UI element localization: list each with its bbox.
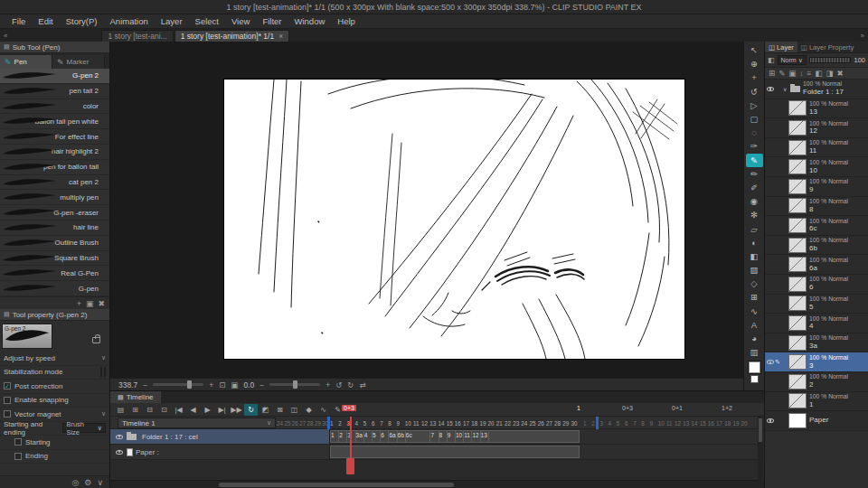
layer-row[interactable]: 100 % Normal10: [765, 157, 868, 177]
previous-frame-icon[interactable]: ◀: [186, 404, 200, 416]
actual-size-icon[interactable]: ▣: [231, 380, 238, 389]
playhead-time-label[interactable]: 0+3: [342, 405, 356, 411]
checkbox-post-correction[interactable]: ✓: [4, 382, 11, 389]
move-tool[interactable]: +: [746, 70, 763, 84]
play-icon[interactable]: ▶: [201, 404, 214, 416]
cel-number[interactable]: 7: [430, 432, 434, 438]
pen-tool[interactable]: ✎: [746, 154, 763, 167]
footer-caret-icon[interactable]: ∨: [97, 478, 103, 487]
frame-number[interactable]: 12: [675, 420, 683, 427]
frame-number[interactable]: 10: [658, 420, 666, 427]
frame-number[interactable]: 19: [479, 420, 487, 427]
menu-help[interactable]: Help: [331, 14, 362, 28]
document-tab[interactable]: 1 story [test-ani...: [101, 30, 173, 42]
delete-layer-icon[interactable]: ✖: [837, 69, 844, 78]
transfer-down-icon[interactable]: ↓: [799, 69, 803, 78]
new-vector-layer-icon[interactable]: ✎: [778, 69, 785, 78]
frame-number[interactable]: 12: [421, 420, 429, 427]
track-eye-toggle[interactable]: [114, 450, 124, 455]
track-label[interactable]: Folder 1 : 17 : cel: [110, 429, 330, 444]
playhead-handle[interactable]: [346, 458, 354, 474]
frame-number[interactable]: 16: [455, 420, 463, 427]
value-select-starting-and-ending[interactable]: Brush Size∨: [62, 423, 106, 433]
layer-row[interactable]: ∨100 % NormalFolder 1 : 17: [765, 80, 868, 99]
brush-tool[interactable]: ✐: [746, 181, 763, 194]
layer-row[interactable]: Paper: [765, 411, 868, 431]
stabilization-option-1[interactable]: [100, 367, 102, 377]
layer-ruler-icon[interactable]: ◨: [826, 69, 834, 78]
tab-layer[interactable]: ◫Layer: [765, 42, 797, 52]
figure-tool[interactable]: ◇: [746, 277, 763, 290]
rotate-slider-minus-icon[interactable]: −: [259, 380, 264, 389]
timeline-vertical-scrollbar[interactable]: [758, 417, 763, 481]
checkbox-enable-snapping[interactable]: [4, 397, 11, 404]
document-tab[interactable]: 1 story [test-animation]* 1/1×: [175, 30, 289, 42]
layer-row[interactable]: 100 % Normal6: [765, 275, 868, 295]
cel-number[interactable]: 12: [472, 432, 478, 438]
option-stabilization-mode[interactable]: Stabilization mode: [0, 366, 109, 380]
cel-number[interactable]: 6b: [398, 432, 404, 438]
layer-row[interactable]: 100 % Normal4: [765, 314, 868, 333]
add-subtool-icon[interactable]: +: [77, 299, 81, 308]
menu-filter[interactable]: Filter: [256, 14, 288, 28]
menu-window[interactable]: Window: [288, 14, 332, 28]
layer-row[interactable]: 100 % Normal1: [765, 392, 868, 412]
text-tool[interactable]: A: [746, 318, 763, 332]
layer-row[interactable]: 100 % Normal6b: [765, 236, 868, 256]
rotate-canvas-tool[interactable]: ↺: [746, 85, 763, 99]
menu-story-p[interactable]: Story(P): [60, 14, 104, 28]
tab-timeline[interactable]: ▤ Timeline: [110, 391, 161, 403]
frame-number[interactable]: 25: [284, 420, 291, 427]
rotate-cw-icon[interactable]: ↻: [347, 380, 354, 389]
brush-item[interactable]: color: [0, 99, 109, 115]
brush-item[interactable]: G-pen: [0, 281, 109, 296]
rotate-slider-plus-icon[interactable]: +: [326, 380, 330, 389]
story-tool[interactable]: ▥: [746, 345, 763, 359]
playback-range-marker[interactable]: [327, 417, 330, 429]
timeline-horizontal-scrollbar[interactable]: [110, 480, 764, 488]
menu-layer[interactable]: Layer: [155, 14, 189, 28]
zoom-tool[interactable]: ⊕: [746, 57, 763, 70]
object-tool[interactable]: ▷: [746, 99, 763, 112]
rotate-ccw-icon[interactable]: ↺: [335, 380, 342, 389]
layer-row[interactable]: 100 % Normal3a: [765, 333, 868, 353]
eyedropper-tool[interactable]: ✑: [746, 139, 763, 153]
go-to-start-icon[interactable]: |◀: [172, 404, 185, 416]
frame-number[interactable]: 25: [530, 420, 538, 427]
frame-number[interactable]: 29: [315, 420, 322, 427]
layer-mask-icon[interactable]: ◧: [816, 69, 823, 78]
subtool-tab-marker[interactable]: ✎Marker: [52, 55, 105, 69]
frame-number[interactable]: 22: [505, 420, 513, 427]
timeline-select[interactable]: Timeline 1 ∨: [118, 418, 276, 428]
opacity-slider[interactable]: [809, 57, 852, 63]
frame-number[interactable]: 9: [650, 420, 658, 427]
graph-editor-icon[interactable]: ∿: [316, 404, 330, 416]
menu-edit[interactable]: Edit: [32, 14, 59, 28]
go-to-end-icon[interactable]: ▶▶: [230, 404, 243, 416]
frame-number[interactable]: 11: [413, 420, 421, 427]
frame-number[interactable]: 13: [683, 420, 691, 427]
option-ending[interactable]: Ending: [0, 450, 109, 465]
layer-row[interactable]: ✎100 % Normal3: [765, 352, 868, 372]
blend-tool[interactable]: ◐: [746, 236, 763, 249]
layer-row[interactable]: 100 % Normal6c: [765, 216, 868, 236]
onion-skin-icon[interactable]: ◩: [259, 404, 272, 416]
frame-number[interactable]: 15: [447, 420, 455, 427]
checkbox-vector-magnet[interactable]: [4, 410, 11, 418]
airbrush-tool[interactable]: ◉: [746, 194, 763, 208]
timeline-marker[interactable]: 1+2: [722, 405, 732, 411]
cel-number[interactable]: 13: [481, 432, 487, 438]
zoom-slider[interactable]: [153, 383, 203, 386]
brush-item[interactable]: pen for ballon tail: [0, 160, 109, 175]
chevron-down-icon[interactable]: ∨: [783, 86, 790, 92]
new-subtool-folder-icon[interactable]: ▣: [86, 299, 94, 308]
frame-number[interactable]: 9: [397, 420, 405, 427]
eraser-tool[interactable]: ▱: [746, 221, 763, 235]
cel-number[interactable]: 8: [439, 432, 443, 438]
frame-number[interactable]: 20: [488, 420, 496, 427]
frame-number[interactable]: 27: [299, 420, 307, 427]
sub-color-swatch[interactable]: [750, 375, 759, 383]
frame-number[interactable]: 5: [617, 420, 625, 427]
frame-number[interactable]: 7: [633, 420, 641, 427]
frame-number[interactable]: 24: [277, 420, 284, 427]
